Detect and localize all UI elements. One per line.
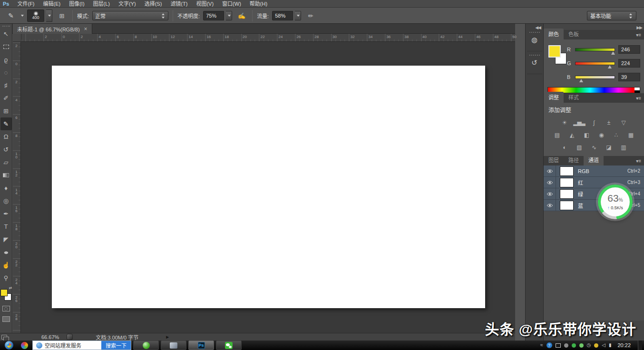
spot-healing-brush-tool[interactable]: ⊞: [0, 105, 12, 117]
move-tool[interactable]: ↖: [0, 28, 12, 40]
panel-menu-icon[interactable]: ▾≡: [636, 158, 644, 165]
b-slider[interactable]: [575, 76, 615, 79]
hand-tool[interactable]: ☝: [0, 259, 12, 272]
g-slider[interactable]: [575, 62, 615, 65]
brush-size-dropdown[interactable]: [46, 10, 52, 22]
visibility-eye-icon[interactable]: [544, 177, 556, 188]
tray-window-icon[interactable]: [556, 343, 561, 348]
menu-item-2[interactable]: 图像(I): [65, 0, 88, 8]
channel-row-0[interactable]: RGBCtrl+2: [544, 165, 644, 177]
tray-ime-icon[interactable]: ≈: [540, 343, 543, 348]
tab-color[interactable]: 颜色: [544, 29, 564, 39]
workspace-switcher[interactable]: 基本功能: [587, 11, 636, 20]
zoom-level-value[interactable]: 66.67%: [41, 334, 59, 340]
quick-selection-tool[interactable]: ◌: [0, 66, 12, 79]
clock[interactable]: 20:22: [617, 342, 631, 348]
vertical-ruler[interactable]: 20246810121416182022242628: [13, 42, 21, 333]
menu-item-8[interactable]: 窗口(W): [218, 0, 245, 8]
type-tool[interactable]: T: [0, 220, 12, 233]
network-speed-badge[interactable]: 63% ↑ 0.5K/s: [598, 185, 633, 219]
pressure-opacity-icon[interactable]: ✍: [235, 10, 248, 21]
swap-colors-icon[interactable]: ⇄: [9, 286, 12, 290]
panel-menu-icon[interactable]: ▾≡: [636, 32, 644, 39]
history-panel-button[interactable]: ↺: [527, 53, 542, 74]
tray-icon-green-1[interactable]: [572, 343, 576, 348]
status-share-icon[interactable]: [67, 334, 73, 340]
foreground-color-swatch[interactable]: [548, 45, 561, 58]
flow-dropdown[interactable]: [295, 11, 301, 20]
menu-item-6[interactable]: 滤镜(T): [166, 0, 192, 8]
rectangular-marquee-tool[interactable]: [0, 40, 12, 53]
ellipse-tool[interactable]: ●: [0, 246, 12, 259]
tray-clock-icon[interactable]: ◷: [587, 343, 591, 348]
screen-mode-button[interactable]: [2, 316, 10, 322]
eraser-tool[interactable]: ▱: [0, 156, 12, 169]
taskbar-app-photoshop[interactable]: Ps: [188, 340, 214, 350]
history-brush-tool[interactable]: ↺: [0, 143, 12, 156]
menu-item-3[interactable]: 图层(L): [89, 0, 114, 8]
tray-icon-gray[interactable]: [564, 343, 568, 348]
brush-tool[interactable]: ✎: [0, 117, 12, 130]
quick-mask-button[interactable]: [2, 306, 10, 311]
panel-menu-icon[interactable]: ▾≡: [636, 96, 644, 103]
clone-stamp-tool[interactable]: Ω: [0, 130, 12, 143]
menu-item-5[interactable]: 选择(S): [140, 0, 166, 8]
gradient-map-icon[interactable]: ◪: [603, 143, 615, 151]
horizontal-ruler[interactable]: 2024681012141618202224262830323436384042…: [13, 34, 515, 42]
black-white-icon[interactable]: ◧: [581, 131, 592, 139]
slider-thumb[interactable]: [579, 79, 583, 82]
channel-row-1[interactable]: 红Ctrl+3: [544, 177, 644, 188]
crop-tool[interactable]: ♯: [0, 79, 12, 92]
visibility-eye-icon[interactable]: [544, 188, 556, 199]
r-slider[interactable]: [575, 48, 615, 51]
arrange-documents-icon[interactable]: [1, 335, 7, 340]
taskbar-app-downloader[interactable]: [133, 340, 159, 350]
3d-panel-button[interactable]: ◍: [527, 30, 542, 51]
menu-item-4[interactable]: 文字(Y): [114, 0, 140, 8]
opacity-dropdown[interactable]: [226, 11, 232, 20]
tray-icon-green-2[interactable]: [579, 343, 584, 348]
document-tab[interactable]: 未标题-1 @ 66.7%(RGB/8) ×: [13, 24, 92, 34]
dodge-tool[interactable]: ◎: [0, 194, 12, 207]
document-canvas[interactable]: [52, 66, 485, 308]
color-lookup-icon[interactable]: ▦: [625, 131, 636, 139]
vibrance-icon[interactable]: ▽: [618, 118, 629, 126]
g-value-input[interactable]: 224: [618, 59, 640, 68]
gradient-tool[interactable]: [0, 169, 12, 182]
slider-thumb[interactable]: [608, 65, 612, 68]
taskbar-app-wechat[interactable]: [216, 340, 242, 350]
tray-network-icon[interactable]: ▮: [609, 343, 612, 348]
threshold-icon[interactable]: ∿: [588, 143, 600, 151]
brush-size-picker[interactable]: 400: [27, 10, 52, 22]
tab-paths[interactable]: 路径: [564, 155, 584, 165]
brightness-contrast-icon[interactable]: ☀: [559, 118, 570, 126]
search-input[interactable]: 空间站理发服务: [45, 341, 101, 349]
taskbar-app-browser[interactable]: [17, 340, 31, 350]
foreground-color-swatch[interactable]: [0, 289, 8, 296]
photo-filter-icon[interactable]: ◉: [595, 131, 607, 139]
posterize-icon[interactable]: ▧: [574, 143, 585, 151]
flow-input[interactable]: 58%: [272, 11, 293, 20]
selective-color-icon[interactable]: ▥: [618, 143, 629, 151]
lasso-tool[interactable]: ϱ: [0, 53, 12, 66]
visibility-eye-icon[interactable]: [544, 165, 556, 176]
status-flyout-arrow[interactable]: ►: [165, 334, 170, 340]
curves-icon[interactable]: ∫: [588, 118, 600, 126]
opacity-input[interactable]: 75%: [203, 11, 224, 20]
taskbar-app-files[interactable]: [161, 340, 186, 350]
channel-thumbnail[interactable]: [560, 201, 574, 210]
toggle-brush-panel-button[interactable]: ⊞: [56, 10, 68, 21]
invert-icon[interactable]: ◐: [559, 143, 570, 151]
exposure-icon[interactable]: ±: [603, 118, 615, 126]
tab-layers[interactable]: 图层: [544, 155, 564, 165]
menu-item-7[interactable]: 视图(V): [192, 0, 218, 8]
levels-icon[interactable]: ▂▅▃: [574, 118, 585, 126]
taskbar-search-box[interactable]: 空间站理发服务 搜索一下: [32, 340, 131, 350]
tab-adjustments[interactable]: 调整: [544, 92, 564, 103]
b-value-input[interactable]: 39: [618, 73, 640, 81]
ruler-corner[interactable]: [13, 34, 21, 42]
path-selection-tool[interactable]: ◤: [0, 233, 12, 246]
r-value-input[interactable]: 246: [618, 45, 640, 54]
airbrush-icon[interactable]: ✏: [304, 10, 317, 21]
tab-swatches[interactable]: 色板: [564, 29, 584, 39]
